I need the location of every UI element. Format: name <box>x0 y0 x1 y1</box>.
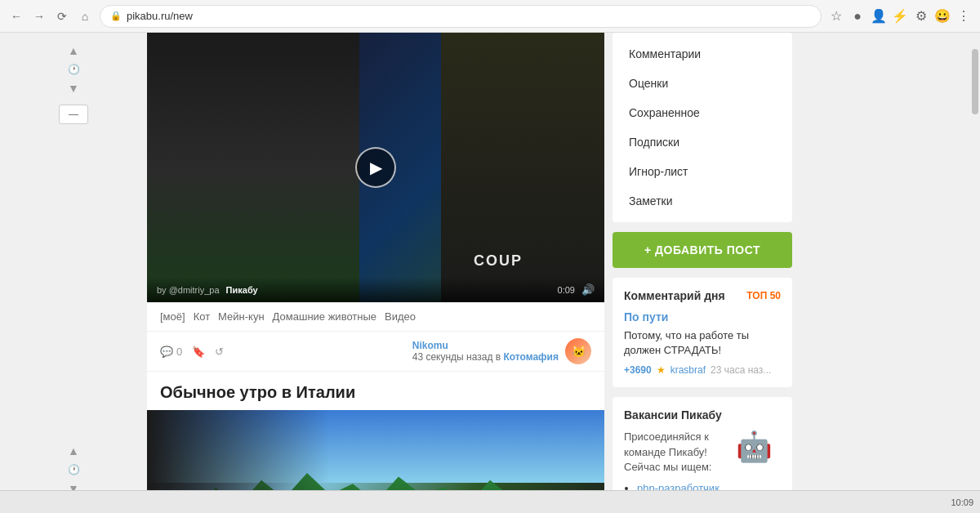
volume-icon[interactable]: 🔊 <box>581 283 595 296</box>
video-watermark: COUP <box>474 252 523 270</box>
scroll-up-button-2[interactable]: ▲ <box>64 441 83 461</box>
taskbar: 10:09 <box>0 490 980 513</box>
sidebar-item-notes[interactable]: Заметки <box>612 186 792 216</box>
add-post-button[interactable]: + ДОБАВИТЬ ПОСТ <box>612 232 792 268</box>
sidebar: Комментарии Оценки Сохраненное Подписки … <box>604 33 792 513</box>
post-author: Nikomu 43 секунды назад в Котомафия 🐱 <box>412 338 591 364</box>
post-time: 43 секунды назад <box>412 351 493 363</box>
video-controls: by @dmitriy_pa Пикабу 0:09 🔊 <box>147 277 604 302</box>
vacancies-content: Присоединяйся к команде Пикабу! Сейчас м… <box>624 430 781 494</box>
scroll-time-indicator-2: 🕐 <box>68 464 80 475</box>
post-actions: 💬 0 🔖 ↺ <box>160 346 224 358</box>
comment-count: 0 <box>176 346 182 358</box>
vacancies-title: Вакансии Пикабу <box>624 408 781 422</box>
user-icon[interactable]: 👤 <box>871 8 887 25</box>
menu-icon[interactable]: ⋮ <box>956 8 972 25</box>
video-by-text: by @dmitriy_pa <box>157 285 220 295</box>
post-community-preposition: в <box>496 351 504 363</box>
scroll-down-button[interactable]: ▼ <box>64 78 83 98</box>
extension-icon[interactable]: ● <box>849 8 866 25</box>
puzzle-icon[interactable]: ⚙ <box>913 8 929 25</box>
author-avatar: 🐱 <box>565 338 591 364</box>
sidebar-item-ignore-list[interactable]: Игнор-лист <box>612 157 792 186</box>
sidebar-item-comments[interactable]: Комментарии <box>612 39 792 69</box>
video-scene-right <box>441 33 604 302</box>
forward-button[interactable]: → <box>31 8 47 25</box>
comment-meta: +3690 ★ krasbraf 23 часа наз... <box>624 364 781 376</box>
tag-moe[interactable]: [моё] <box>160 310 185 323</box>
tag-cat[interactable]: Кот <box>194 310 210 323</box>
comment-of-day-title: Комментарий дня <box>624 289 725 302</box>
comment-time: 23 часа наз... <box>710 364 771 376</box>
avatar-icon[interactable]: 😀 <box>934 8 951 25</box>
sidebar-item-subscriptions[interactable]: Подписки <box>612 127 792 157</box>
comment-score: +3690 <box>624 364 652 376</box>
browser-actions: ☆ ● 👤 ⚡ ⚙ 😀 ⋮ <box>828 8 972 25</box>
author-name[interactable]: Nikomu <box>412 340 448 351</box>
video-duration: 0:09 <box>558 285 575 295</box>
sidebar-item-ratings[interactable]: Оценки <box>612 69 792 98</box>
tag-video[interactable]: Видео <box>385 310 416 323</box>
vacancies-list: Присоединяйся к команде Пикабу! Сейчас м… <box>624 430 729 494</box>
score-box: — <box>59 105 88 124</box>
url-text: pikabu.ru/new <box>127 10 193 22</box>
browser-scrollbar[interactable] <box>970 33 980 513</box>
left-scroll-controls: ▲ 🕐 ▼ — ▲ 🕐 ▼ — <box>0 33 147 513</box>
comment-button[interactable]: 💬 0 <box>160 346 182 358</box>
sidebar-menu: Комментарии Оценки Сохраненное Подписки … <box>612 33 792 222</box>
tag-pets[interactable]: Домашние животные <box>273 310 376 323</box>
star-icon[interactable]: ☆ <box>828 8 844 25</box>
scroll-time-indicator: 🕐 <box>68 64 80 75</box>
comment-of-day-card: Комментарий дня ТОП 50 По пути Потому, ч… <box>612 278 792 387</box>
refresh-button[interactable]: ⟳ <box>54 8 70 25</box>
robot-icon: 🤖 <box>736 430 773 463</box>
clock-icon-2: 🕐 <box>68 464 80 475</box>
save-button[interactable]: 🔖 <box>192 346 205 358</box>
lock-icon: 🔒 <box>110 11 122 21</box>
page-wrapper: ▲ 🕐 ▼ — ▲ 🕐 ▼ — ▶ COUP by @dmitriy_pa <box>0 33 980 513</box>
comment-icon: 💬 <box>160 346 173 358</box>
video-scene-left <box>147 33 359 302</box>
share-button[interactable]: ↺ <box>215 346 224 358</box>
main-content: ▶ COUP by @dmitriy_pa Пикабу 0:09 🔊 [моё… <box>147 33 604 513</box>
post-meta: 💬 0 🔖 ↺ Nikomu 43 секунды назад в Котома… <box>147 332 604 372</box>
sidebar-item-saved[interactable]: Сохраненное <box>612 98 792 127</box>
post-community[interactable]: Котомафия <box>503 351 559 363</box>
play-button[interactable]: ▶ <box>355 147 396 188</box>
comment-link[interactable]: По пути <box>624 310 781 323</box>
browser-chrome: ← → ⟳ ⌂ 🔒 pikabu.ru/new ☆ ● 👤 ⚡ ⚙ 😀 ⋮ <box>0 0 980 33</box>
bookmark-icon: 🔖 <box>192 346 205 358</box>
tags-row: [моё] Кот Мейн-кун Домашние животные Вид… <box>147 302 604 332</box>
address-bar[interactable]: 🔒 pikabu.ru/new <box>100 5 822 28</box>
video-brand: Пикабу <box>226 285 258 295</box>
comment-author[interactable]: krasbraf <box>670 364 706 376</box>
taskbar-time: 10:09 <box>951 497 973 507</box>
vacancies-text: Присоединяйся к команде Пикабу! Сейчас м… <box>624 430 729 475</box>
clock-icon: 🕐 <box>68 64 80 75</box>
score-star-icon: ★ <box>657 364 666 376</box>
bolt-icon[interactable]: ⚡ <box>892 8 908 25</box>
back-button[interactable]: ← <box>8 8 24 25</box>
share-icon: ↺ <box>215 346 224 358</box>
home-button[interactable]: ⌂ <box>77 8 93 25</box>
video-container: ▶ COUP by @dmitriy_pa Пикабу 0:09 🔊 <box>147 33 604 302</box>
card-header: Комментарий дня ТОП 50 <box>624 289 781 302</box>
vacancies-image: 🤖 <box>736 430 781 475</box>
top-badge: ТОП 50 <box>746 290 781 301</box>
tag-maine-coon[interactable]: Мейн-кун <box>218 310 265 323</box>
scroll-up-button[interactable]: ▲ <box>64 41 83 60</box>
scrollbar-thumb[interactable] <box>972 49 978 114</box>
comment-text: Потому, что на работе ты должен СТРАДАТЬ… <box>624 328 781 358</box>
second-post-title: Обычное утро в Италии <box>147 372 604 410</box>
